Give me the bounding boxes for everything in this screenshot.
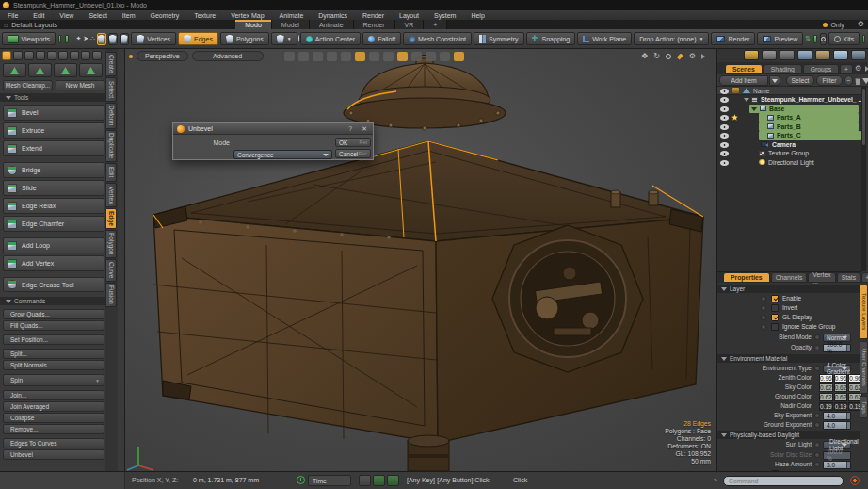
expand-icon[interactable]	[751, 107, 757, 111]
preset-light-icon[interactable]	[833, 50, 848, 60]
kits-button[interactable]: Kits	[828, 32, 860, 45]
tree-row-parts-b[interactable]: Parts_B	[717, 122, 861, 132]
vtab-polygon[interactable]: Polygon	[105, 230, 117, 258]
vp-icon-wireframe[interactable]	[284, 52, 295, 61]
layout-tab-add[interactable]: +	[424, 20, 447, 29]
tool-palette-icon-8[interactable]	[81, 51, 90, 60]
collapse-all-button[interactable]: −	[844, 75, 853, 86]
tool-add-loop[interactable]: Add Loop	[3, 237, 104, 253]
mesh-cleanup-button[interactable]: Mesh Cleanup...	[3, 80, 53, 90]
tab-stats[interactable]: Stats	[837, 272, 861, 283]
tool-palette-icon-1[interactable]	[2, 51, 11, 60]
menu-edit[interactable]: Edit	[25, 12, 52, 19]
cmd-fill-quads[interactable]: Fill Quads...	[3, 320, 104, 331]
ground-exponent-field[interactable]: 4.0	[823, 421, 851, 430]
work-plane-button[interactable]: Work Plane	[577, 32, 632, 45]
layout-tab-render[interactable]: Render	[354, 20, 395, 29]
home-icon[interactable]: ⌂	[0, 22, 11, 28]
gear-icon[interactable]: ⚙	[858, 21, 864, 28]
grid-view-icon[interactable]	[813, 35, 816, 43]
select-mode-b-toggle[interactable]	[120, 33, 129, 45]
items-mode-dropdown[interactable]: ▼	[271, 32, 297, 45]
command-chevrons-icon[interactable]: »	[714, 477, 717, 483]
unbevel-dialog-titlebar[interactable]: Unbevel ? ✕	[173, 123, 373, 135]
layout-tab-animate[interactable]: Animate	[310, 20, 354, 29]
only-label[interactable]: Only	[830, 22, 844, 28]
menu-help[interactable]: Help	[463, 12, 491, 19]
tree-row-scene[interactable]: Steampunk_Hammer_Unbevel_ ...	[717, 95, 861, 105]
kit-grid-icon[interactable]	[862, 35, 865, 43]
3d-viewport[interactable]: Perspective Advanced ✥ ↻ ⚙	[125, 49, 717, 471]
mesh-constraint-button[interactable]: Mesh Constraint	[403, 32, 472, 45]
reset-button[interactable]	[814, 422, 820, 428]
new-mesh-button[interactable]: New Mesh	[56, 80, 104, 90]
tab-props-add[interactable]: +	[861, 272, 868, 283]
tool-palette-icon-4[interactable]	[36, 51, 45, 60]
vp-icon-cage[interactable]	[341, 52, 351, 61]
menu-animate[interactable]: Animate	[272, 12, 312, 19]
tool-palette-icon-3[interactable]	[24, 51, 34, 60]
cmd-edges-to-curves[interactable]: Edges To Curves	[3, 438, 104, 448]
action-center-button[interactable]: Action Center	[300, 32, 361, 45]
tree-row-texture-group[interactable]: Texture Group	[717, 149, 861, 158]
pvtab-texture-layers[interactable]: Texture Layers	[860, 285, 868, 339]
tool-bevel[interactable]: Bevel	[3, 105, 104, 121]
sky-exponent-field[interactable]: 4.0	[823, 412, 851, 420]
zenith-color-fields[interactable]: 0.96 0.96 0.96	[819, 374, 852, 383]
select-button[interactable]: Select	[786, 75, 814, 86]
sort-toggle-button[interactable]	[387, 475, 399, 486]
eye-icon[interactable]	[720, 115, 729, 121]
viewports-button[interactable]: Viewports	[2, 32, 56, 45]
vtab-edge[interactable]: Edge	[105, 208, 117, 229]
menu-dynamics[interactable]: Dynamics	[311, 12, 355, 19]
reset-button[interactable]	[761, 324, 766, 330]
vp-icon-quad-split[interactable]	[298, 52, 309, 61]
cmd-join-averaged[interactable]: Join Averaged	[3, 401, 104, 412]
list-toggle-button[interactable]	[373, 475, 385, 486]
cmd-split-normals[interactable]: Split Normals...	[3, 360, 104, 370]
tab-channels[interactable]: Channels	[771, 272, 808, 283]
camera-view-dropdown[interactable]: Perspective	[137, 51, 188, 61]
orbit-icon[interactable]: ↻	[653, 52, 660, 61]
reset-button[interactable]	[761, 315, 766, 320]
nadir-color-fields[interactable]: 0.19 0.19 0.19	[819, 402, 852, 411]
vp-icon-camera-frame[interactable]	[397, 52, 408, 61]
viewport-flyout-icon[interactable]	[701, 54, 705, 59]
menu-system[interactable]: System	[426, 12, 463, 19]
add-item-button[interactable]: Add Item	[719, 75, 768, 86]
pan-icon[interactable]: ✥	[641, 52, 648, 61]
menu-item[interactable]: Item	[115, 12, 143, 19]
ignore-scale-group-checkbox[interactable]	[771, 323, 779, 331]
falloff-button[interactable]: Falloff	[362, 32, 401, 45]
swap-layout-icon[interactable]	[65, 35, 68, 43]
reset-button[interactable]	[814, 366, 820, 371]
tab-properties[interactable]: Properties	[723, 272, 770, 283]
vp-icon-overlay-b[interactable]	[440, 52, 450, 61]
tool-edge-chamfer[interactable]: Edge Chamfer	[3, 216, 104, 232]
item-mode-icon[interactable]: ✦	[75, 33, 81, 44]
expand-icon[interactable]	[744, 98, 749, 102]
time-field[interactable]: Time	[308, 475, 351, 486]
link-view-icon[interactable]	[677, 54, 683, 60]
vp-icon-overlay-a[interactable]	[426, 52, 436, 61]
viewport-gear-icon[interactable]: ⚙	[689, 53, 696, 60]
tools-section-header[interactable]: Tools	[0, 93, 105, 102]
select-through-toggle[interactable]	[97, 33, 106, 45]
dialog-help-button[interactable]: ?	[345, 125, 356, 132]
vtab-edit[interactable]: Edit	[105, 163, 117, 182]
eye-icon[interactable]	[720, 160, 729, 166]
reset-button[interactable]	[814, 462, 820, 467]
menu-layout[interactable]: Layout	[392, 12, 426, 19]
default-layouts-label[interactable]: Default Layouts	[11, 22, 65, 28]
cmd-collapse[interactable]: Collapse	[3, 413, 104, 423]
pivot-mode-icon[interactable]: ∴	[90, 33, 94, 44]
vp-icon-envelope[interactable]	[454, 52, 464, 61]
tool-palette-icon-6[interactable]	[58, 51, 68, 60]
symmetry-button[interactable]: Symmetry	[474, 32, 524, 45]
edges-mode-button[interactable]: Edges	[178, 32, 218, 45]
tab-shading[interactable]: Shading	[764, 64, 802, 74]
menu-render[interactable]: Render	[355, 12, 392, 19]
menu-vertex-map[interactable]: Vertex Map	[223, 12, 271, 19]
vtab-duplicate[interactable]: Duplicate	[105, 130, 117, 162]
eye-icon[interactable]	[720, 97, 729, 103]
